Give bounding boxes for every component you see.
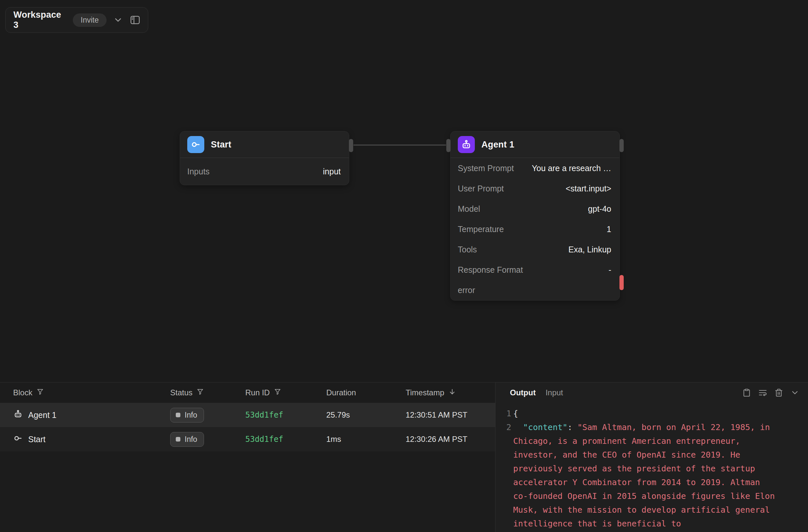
status-badge[interactable]: Info <box>170 432 204 447</box>
timestamp: 12:30:51 AM PST <box>406 411 467 420</box>
node-row: Tools Exa, Linkup <box>451 239 620 260</box>
arrow-down-icon[interactable] <box>448 388 456 398</box>
console-panel: Block Status Run ID <box>0 382 808 532</box>
clipboard-icon <box>742 388 751 397</box>
column-header-duration[interactable]: Duration <box>326 382 406 403</box>
row-value: - <box>609 265 611 275</box>
node-row-error: error <box>451 280 620 300</box>
invite-button[interactable]: Invite <box>73 14 107 27</box>
status-cell: Info <box>170 427 245 451</box>
bot-icon <box>458 136 475 153</box>
column-label: Timestamp <box>406 388 444 397</box>
wrap-text-icon <box>758 388 767 397</box>
output-panel-header: Output Input <box>495 382 808 403</box>
filter-icon[interactable] <box>274 388 281 398</box>
chevron-down-icon <box>790 388 800 397</box>
status-cell: Info <box>170 403 245 427</box>
error-output-handle[interactable] <box>620 275 624 290</box>
duration-cell: 25.79s <box>326 403 406 427</box>
table-row[interactable]: Agent 1 Info 53dd1fef 25.79s 12:30:51 AM… <box>0 403 495 427</box>
agent-node[interactable]: Agent 1 System Prompt You are a research… <box>450 131 620 301</box>
column-header-status[interactable]: Status <box>170 382 245 403</box>
json-key: "content" <box>523 422 567 432</box>
column-header-timestamp[interactable]: Timestamp <box>406 382 495 403</box>
code-text: "content": "Sam Altman, born on April 22… <box>513 421 777 531</box>
tab-input[interactable]: Input <box>546 388 563 397</box>
table-row[interactable]: Start Info 53dd1fef 1ms 12:30:26 AM PST <box>0 427 495 451</box>
copy-button[interactable] <box>742 388 751 397</box>
runid-cell: 53dd1fef <box>245 427 326 451</box>
duration-cell: 1ms <box>326 427 406 451</box>
wrap-text-button[interactable] <box>758 388 767 397</box>
start-node[interactable]: Start Inputs input <box>180 131 349 185</box>
json-string: "Sam Altman, born on April 22, 1985, in … <box>513 422 780 528</box>
column-label: Status <box>170 388 192 397</box>
code-line: 2 "content": "Sam Altman, born on April … <box>495 421 808 531</box>
column-header-runid[interactable]: Run ID <box>245 382 326 403</box>
code-line: 1 { <box>495 407 808 421</box>
code-viewer[interactable]: 1 { 2 "content": "Sam Altman, born on Ap… <box>495 403 808 531</box>
column-header-block[interactable]: Block <box>0 382 170 403</box>
output-actions <box>742 388 800 397</box>
toggle-sidebar-button[interactable] <box>130 15 141 25</box>
row-value: <start.input> <box>566 184 611 193</box>
logs-table: Block Status Run ID <box>0 382 495 532</box>
row-label: Model <box>458 204 480 214</box>
row-label: Tools <box>458 245 477 254</box>
start-node-header: Start <box>180 131 349 158</box>
block-cell: Start <box>0 427 170 451</box>
timestamp-cell: 12:30:51 AM PST <box>406 403 495 427</box>
status-label: Info <box>185 435 197 444</box>
row-value: input <box>323 167 341 176</box>
run-id: 53dd1fef <box>245 411 283 420</box>
row-value: Exa, Linkup <box>568 245 611 254</box>
row-label: Inputs <box>187 167 209 176</box>
clear-button[interactable] <box>774 388 783 397</box>
status-badge[interactable]: Info <box>170 408 204 422</box>
line-number: 1 <box>495 407 511 421</box>
edge-start-to-agent <box>353 145 446 146</box>
code-text: { <box>513 407 777 421</box>
column-label: Run ID <box>245 388 270 397</box>
start-icon <box>13 433 23 445</box>
duration: 25.79s <box>326 411 350 420</box>
agent-input-handle[interactable] <box>446 139 451 152</box>
node-title: Agent 1 <box>481 140 514 150</box>
row-label: User Prompt <box>458 184 504 193</box>
filter-icon[interactable] <box>36 388 44 398</box>
row-value: gpt-4o <box>588 204 611 214</box>
node-row: Inputs input <box>180 158 349 185</box>
app-root: Workspace 3 Invite Start Inputs input <box>0 0 808 532</box>
row-value: You are a research … <box>532 164 611 173</box>
bot-icon <box>13 409 23 421</box>
block-name: Agent 1 <box>28 411 56 420</box>
start-output-handle[interactable] <box>349 139 353 152</box>
timestamp-cell: 12:30:26 AM PST <box>406 427 495 451</box>
row-label: Temperature <box>458 225 504 234</box>
block-cell: Agent 1 <box>0 403 170 427</box>
duration: 1ms <box>326 435 341 444</box>
trash-icon <box>774 388 783 397</box>
start-icon <box>187 136 204 153</box>
timestamp: 12:30:26 AM PST <box>406 435 467 444</box>
column-label: Block <box>13 388 33 397</box>
tab-output[interactable]: Output <box>510 388 536 397</box>
node-row: Model gpt-4o <box>451 198 620 219</box>
row-label: Response Format <box>458 265 523 275</box>
column-label: Duration <box>326 388 356 397</box>
agent-output-handle[interactable] <box>620 139 624 152</box>
agent-node-header: Agent 1 <box>451 131 620 158</box>
line-number: 2 <box>495 421 511 531</box>
node-row: User Prompt <start.input> <box>451 178 620 198</box>
output-panel: Output Input <box>495 382 808 532</box>
row-label: System Prompt <box>458 164 514 173</box>
workspace-menu-button[interactable] <box>113 15 123 25</box>
collapse-panel-button[interactable] <box>790 388 800 397</box>
filter-icon[interactable] <box>197 388 204 398</box>
runid-cell: 53dd1fef <box>245 403 326 427</box>
workspace-switcher: Workspace 3 Invite <box>5 7 148 33</box>
status-dot-icon <box>176 413 180 417</box>
node-title: Start <box>211 140 232 150</box>
workspace-name: Workspace 3 <box>14 10 66 30</box>
status-label: Info <box>185 411 197 420</box>
